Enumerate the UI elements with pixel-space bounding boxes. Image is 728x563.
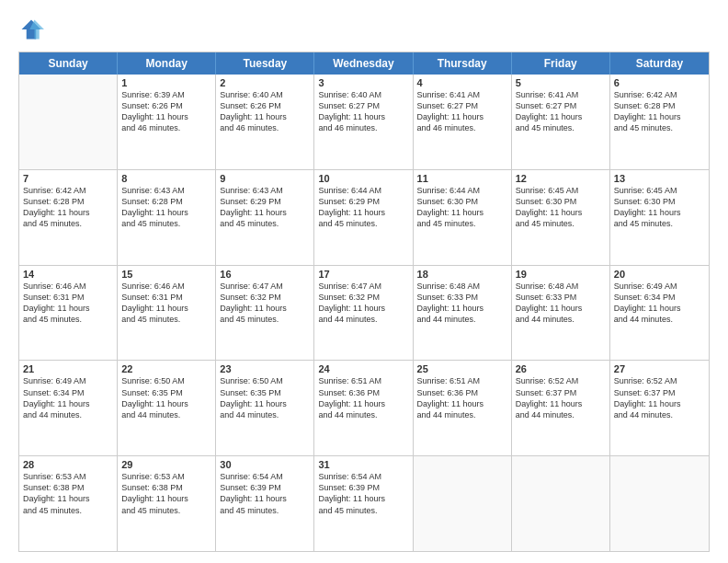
calendar-cell-w1-d3: 2Sunrise: 6:40 AMSunset: 6:26 PMDaylight… bbox=[216, 75, 314, 169]
day-number: 23 bbox=[220, 363, 310, 374]
calendar-cell-w5-d5 bbox=[414, 456, 512, 551]
header-day-monday: Monday bbox=[118, 52, 216, 75]
day-number: 17 bbox=[318, 269, 408, 280]
calendar-cell-w3-d4: 17Sunrise: 6:47 AMSunset: 6:32 PMDayligh… bbox=[314, 266, 413, 361]
calendar-cell-w5-d6 bbox=[512, 456, 610, 551]
calendar-cell-w3-d5: 18Sunrise: 6:48 AMSunset: 6:33 PMDayligh… bbox=[414, 266, 512, 361]
calendar-cell-w3-d7: 20Sunrise: 6:49 AMSunset: 6:34 PMDayligh… bbox=[610, 266, 709, 361]
header-day-wednesday: Wednesday bbox=[314, 52, 413, 75]
day-number: 21 bbox=[23, 363, 113, 374]
calendar-body: 1Sunrise: 6:39 AMSunset: 6:26 PMDaylight… bbox=[19, 75, 709, 551]
header-day-sunday: Sunday bbox=[19, 52, 118, 75]
day-number: 11 bbox=[417, 173, 507, 184]
calendar-cell-w1-d7: 6Sunrise: 6:42 AMSunset: 6:28 PMDaylight… bbox=[610, 75, 709, 169]
day-info: Sunrise: 6:51 AMSunset: 6:36 PMDaylight:… bbox=[318, 375, 408, 420]
day-info: Sunrise: 6:42 AMSunset: 6:28 PMDaylight:… bbox=[23, 185, 113, 230]
day-info: Sunrise: 6:49 AMSunset: 6:34 PMDaylight:… bbox=[614, 281, 705, 326]
calendar-cell-w5-d4: 31Sunrise: 6:54 AMSunset: 6:39 PMDayligh… bbox=[314, 456, 413, 551]
day-number: 24 bbox=[318, 363, 408, 374]
calendar-week-3: 14Sunrise: 6:46 AMSunset: 6:31 PMDayligh… bbox=[19, 266, 709, 362]
day-number: 13 bbox=[614, 173, 705, 184]
day-info: Sunrise: 6:41 AMSunset: 6:27 PMDaylight:… bbox=[417, 89, 507, 134]
day-info: Sunrise: 6:50 AMSunset: 6:35 PMDaylight:… bbox=[220, 375, 310, 420]
calendar-cell-w2-d7: 13Sunrise: 6:45 AMSunset: 6:30 PMDayligh… bbox=[610, 170, 709, 265]
day-info: Sunrise: 6:48 AMSunset: 6:33 PMDaylight:… bbox=[516, 281, 606, 326]
day-info: Sunrise: 6:46 AMSunset: 6:31 PMDaylight:… bbox=[23, 281, 113, 326]
day-number: 9 bbox=[220, 173, 310, 184]
day-number: 29 bbox=[121, 459, 211, 470]
logo bbox=[18, 17, 48, 42]
day-info: Sunrise: 6:45 AMSunset: 6:30 PMDaylight:… bbox=[516, 185, 606, 230]
calendar-cell-w4-d3: 23Sunrise: 6:50 AMSunset: 6:35 PMDayligh… bbox=[216, 361, 314, 455]
day-info: Sunrise: 6:45 AMSunset: 6:30 PMDaylight:… bbox=[614, 185, 705, 230]
calendar-cell-w3-d6: 19Sunrise: 6:48 AMSunset: 6:33 PMDayligh… bbox=[512, 266, 610, 361]
day-info: Sunrise: 6:50 AMSunset: 6:35 PMDaylight:… bbox=[121, 375, 211, 420]
calendar-cell-w1-d4: 3Sunrise: 6:40 AMSunset: 6:27 PMDaylight… bbox=[314, 75, 413, 169]
calendar-cell-w3-d1: 14Sunrise: 6:46 AMSunset: 6:31 PMDayligh… bbox=[19, 266, 118, 361]
calendar-cell-w1-d1 bbox=[19, 75, 118, 169]
day-number: 2 bbox=[220, 77, 310, 88]
day-info: Sunrise: 6:52 AMSunset: 6:37 PMDaylight:… bbox=[516, 375, 606, 420]
day-number: 1 bbox=[121, 77, 211, 88]
calendar-cell-w4-d7: 27Sunrise: 6:52 AMSunset: 6:37 PMDayligh… bbox=[610, 361, 709, 455]
calendar-cell-w4-d5: 25Sunrise: 6:51 AMSunset: 6:36 PMDayligh… bbox=[414, 361, 512, 455]
header-day-thursday: Thursday bbox=[414, 52, 512, 75]
header bbox=[18, 17, 710, 42]
day-number: 8 bbox=[121, 173, 211, 184]
day-info: Sunrise: 6:46 AMSunset: 6:31 PMDaylight:… bbox=[121, 281, 211, 326]
calendar-cell-w3-d3: 16Sunrise: 6:47 AMSunset: 6:32 PMDayligh… bbox=[216, 266, 314, 361]
day-number: 5 bbox=[516, 77, 606, 88]
calendar-cell-w2-d3: 9Sunrise: 6:43 AMSunset: 6:29 PMDaylight… bbox=[216, 170, 314, 265]
page: SundayMondayTuesdayWednesdayThursdayFrid… bbox=[0, 0, 728, 563]
day-info: Sunrise: 6:49 AMSunset: 6:34 PMDaylight:… bbox=[23, 375, 113, 420]
day-info: Sunrise: 6:40 AMSunset: 6:27 PMDaylight:… bbox=[318, 89, 408, 134]
day-number: 7 bbox=[23, 173, 113, 184]
day-number: 10 bbox=[318, 173, 408, 184]
calendar-cell-w5-d2: 29Sunrise: 6:53 AMSunset: 6:38 PMDayligh… bbox=[118, 456, 216, 551]
day-info: Sunrise: 6:53 AMSunset: 6:38 PMDaylight:… bbox=[23, 471, 113, 516]
day-number: 22 bbox=[121, 363, 211, 374]
day-info: Sunrise: 6:54 AMSunset: 6:39 PMDaylight:… bbox=[318, 471, 408, 516]
calendar-cell-w3-d2: 15Sunrise: 6:46 AMSunset: 6:31 PMDayligh… bbox=[118, 266, 216, 361]
calendar-week-1: 1Sunrise: 6:39 AMSunset: 6:26 PMDaylight… bbox=[19, 75, 709, 170]
day-number: 25 bbox=[417, 363, 507, 374]
day-info: Sunrise: 6:39 AMSunset: 6:26 PMDaylight:… bbox=[121, 89, 211, 134]
day-info: Sunrise: 6:52 AMSunset: 6:37 PMDaylight:… bbox=[614, 375, 705, 420]
calendar-cell-w4-d2: 22Sunrise: 6:50 AMSunset: 6:35 PMDayligh… bbox=[118, 361, 216, 455]
calendar-week-5: 28Sunrise: 6:53 AMSunset: 6:38 PMDayligh… bbox=[19, 456, 709, 551]
day-number: 12 bbox=[516, 173, 606, 184]
calendar-cell-w1-d5: 4Sunrise: 6:41 AMSunset: 6:27 PMDaylight… bbox=[414, 75, 512, 169]
day-info: Sunrise: 6:47 AMSunset: 6:32 PMDaylight:… bbox=[318, 281, 408, 326]
calendar-cell-w2-d4: 10Sunrise: 6:44 AMSunset: 6:29 PMDayligh… bbox=[314, 170, 413, 265]
day-info: Sunrise: 6:47 AMSunset: 6:32 PMDaylight:… bbox=[220, 281, 310, 326]
day-number: 31 bbox=[318, 459, 408, 470]
day-number: 19 bbox=[516, 269, 606, 280]
calendar: SundayMondayTuesdayWednesdayThursdayFrid… bbox=[18, 52, 710, 552]
day-info: Sunrise: 6:53 AMSunset: 6:38 PMDaylight:… bbox=[121, 471, 211, 516]
day-number: 15 bbox=[121, 269, 211, 280]
day-number: 14 bbox=[23, 269, 113, 280]
day-info: Sunrise: 6:48 AMSunset: 6:33 PMDaylight:… bbox=[417, 281, 507, 326]
day-info: Sunrise: 6:43 AMSunset: 6:29 PMDaylight:… bbox=[220, 185, 310, 230]
day-info: Sunrise: 6:54 AMSunset: 6:39 PMDaylight:… bbox=[220, 471, 310, 516]
calendar-cell-w1-d6: 5Sunrise: 6:41 AMSunset: 6:27 PMDaylight… bbox=[512, 75, 610, 169]
day-number: 3 bbox=[318, 77, 408, 88]
header-day-tuesday: Tuesday bbox=[216, 52, 314, 75]
day-info: Sunrise: 6:44 AMSunset: 6:29 PMDaylight:… bbox=[318, 185, 408, 230]
calendar-cell-w2-d2: 8Sunrise: 6:43 AMSunset: 6:28 PMDaylight… bbox=[118, 170, 216, 265]
calendar-week-2: 7Sunrise: 6:42 AMSunset: 6:28 PMDaylight… bbox=[19, 170, 709, 266]
calendar-cell-w2-d5: 11Sunrise: 6:44 AMSunset: 6:30 PMDayligh… bbox=[414, 170, 512, 265]
day-number: 27 bbox=[614, 363, 705, 374]
day-info: Sunrise: 6:43 AMSunset: 6:28 PMDaylight:… bbox=[121, 185, 211, 230]
calendar-cell-w4-d4: 24Sunrise: 6:51 AMSunset: 6:36 PMDayligh… bbox=[314, 361, 413, 455]
calendar-cell-w4-d6: 26Sunrise: 6:52 AMSunset: 6:37 PMDayligh… bbox=[512, 361, 610, 455]
day-info: Sunrise: 6:41 AMSunset: 6:27 PMDaylight:… bbox=[516, 89, 606, 134]
day-number: 18 bbox=[417, 269, 507, 280]
day-number: 20 bbox=[614, 269, 705, 280]
calendar-header-row: SundayMondayTuesdayWednesdayThursdayFrid… bbox=[19, 52, 709, 75]
day-number: 28 bbox=[23, 459, 113, 470]
header-day-saturday: Saturday bbox=[610, 52, 709, 75]
day-number: 26 bbox=[516, 363, 606, 374]
day-info: Sunrise: 6:40 AMSunset: 6:26 PMDaylight:… bbox=[220, 89, 310, 134]
day-number: 16 bbox=[220, 269, 310, 280]
